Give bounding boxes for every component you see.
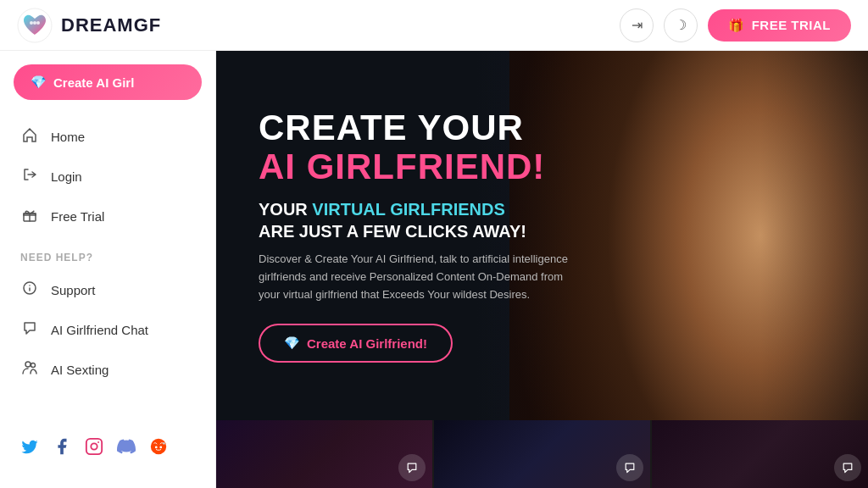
support-icon (20, 280, 39, 301)
hero-subtitle: YOUR VIRTUAL GIRLFRIENDS ARE JUST A FEW … (259, 198, 581, 242)
free-trial-label: FREE TRIAL (752, 18, 831, 32)
create-ai-girl-button[interactable]: 💎 Create AI Girl (14, 64, 202, 100)
gift-icon: 🎁 (728, 18, 745, 33)
hero-cta-button[interactable]: 💎 Create AI Girlfriend! (259, 324, 453, 363)
svg-rect-8 (86, 439, 102, 454)
sidebar-item-ai-sexting[interactable]: AI Sexting (0, 350, 215, 390)
hero-subtitle-highlight: VIRTUAL GIRLFRIENDS (312, 200, 504, 219)
ai-sexting-label: AI Sexting (51, 363, 108, 377)
thumb-chat-icon-2[interactable] (616, 454, 643, 481)
thumbnail-1 (216, 420, 432, 488)
sidebar-item-login[interactable]: Login (0, 157, 215, 197)
logo-icon (17, 8, 53, 43)
svg-point-12 (152, 440, 166, 454)
sidebar-item-home[interactable]: Home (0, 117, 215, 157)
sidebar-item-support[interactable]: Support (0, 270, 215, 310)
svg-point-16 (163, 442, 165, 445)
free-trial-nav-label: Free Trial (51, 209, 104, 224)
hero-title-line1: CREATE YOUR (259, 108, 581, 147)
svg-point-10 (97, 441, 99, 443)
hero-subtitle-line2: ARE JUST A FEW CLICKS AWAY! (259, 222, 526, 241)
header: DREAMGF ⇥ ☽ 🎁 FREE TRIAL (0, 0, 868, 51)
instagram-icon[interactable] (85, 437, 103, 461)
svg-point-13 (155, 446, 158, 449)
svg-point-7 (31, 363, 36, 368)
discord-icon[interactable] (117, 437, 136, 461)
svg-point-2 (33, 21, 36, 25)
sidebar-item-ai-girlfriend-chat[interactable]: AI Girlfriend Chat (0, 310, 215, 350)
logo: DREAMGF (17, 8, 161, 43)
svg-point-1 (30, 21, 33, 25)
hero-subtitle-prefix: YOUR (259, 200, 312, 219)
gift-nav-icon (20, 206, 39, 227)
chat-icon (20, 319, 39, 341)
hero-section: CREATE YOUR AI GIRLFRIEND! YOUR VIRTUAL … (216, 51, 868, 420)
header-actions: ⇥ ☽ 🎁 FREE TRIAL (620, 8, 851, 42)
support-label: Support (51, 283, 96, 297)
hero-description: Discover & Create Your AI Girlfriend, ta… (259, 251, 581, 303)
thumbnail-2 (434, 420, 650, 488)
login-icon-btn[interactable]: ⇥ (620, 8, 654, 42)
moon-icon: ☽ (675, 17, 687, 33)
login-icon (20, 166, 39, 187)
svg-point-14 (159, 446, 162, 449)
diamond-icon: 💎 (31, 75, 47, 90)
home-icon (20, 126, 39, 147)
sidebar: 💎 Create AI Girl Home Login Free Trial N… (0, 51, 216, 488)
svg-point-6 (25, 362, 31, 367)
reddit-icon[interactable] (149, 437, 168, 461)
content-area: CREATE YOUR AI GIRLFRIEND! YOUR VIRTUAL … (216, 51, 868, 488)
help-section-label: NEED HELP? (0, 236, 215, 270)
svg-point-9 (91, 443, 97, 449)
ai-girlfriend-chat-label: AI Girlfriend Chat (51, 323, 148, 337)
people-icon (20, 359, 39, 380)
thumbnails-strip (216, 420, 868, 488)
thumb-chat-icon-3[interactable] (834, 454, 861, 481)
hero-cta-diamond-icon: 💎 (284, 336, 300, 351)
free-trial-button[interactable]: 🎁 FREE TRIAL (708, 9, 851, 42)
thumbnail-3 (652, 420, 868, 488)
sidebar-item-free-trial[interactable]: Free Trial (0, 197, 215, 236)
create-ai-girl-label: Create AI Girl (53, 75, 134, 90)
hero-title-line2: AI GIRLFRIEND! (259, 147, 581, 186)
hero-text-block: CREATE YOUR AI GIRLFRIEND! YOUR VIRTUAL … (216, 75, 623, 397)
login-icon: ⇥ (632, 17, 643, 33)
logo-text: DREAMGF (61, 14, 161, 36)
facebook-icon[interactable] (53, 437, 71, 461)
home-label: Home (51, 130, 85, 144)
login-label: Login (51, 169, 82, 184)
svg-point-3 (36, 21, 40, 25)
thumb-chat-icon-1[interactable] (398, 454, 426, 481)
hero-cta-label: Create AI Girlfriend! (307, 336, 427, 351)
twitter-icon[interactable] (20, 437, 39, 461)
social-links (0, 424, 215, 474)
theme-toggle-btn[interactable]: ☽ (664, 8, 698, 42)
main-layout: 💎 Create AI Girl Home Login Free Trial N… (0, 51, 868, 488)
